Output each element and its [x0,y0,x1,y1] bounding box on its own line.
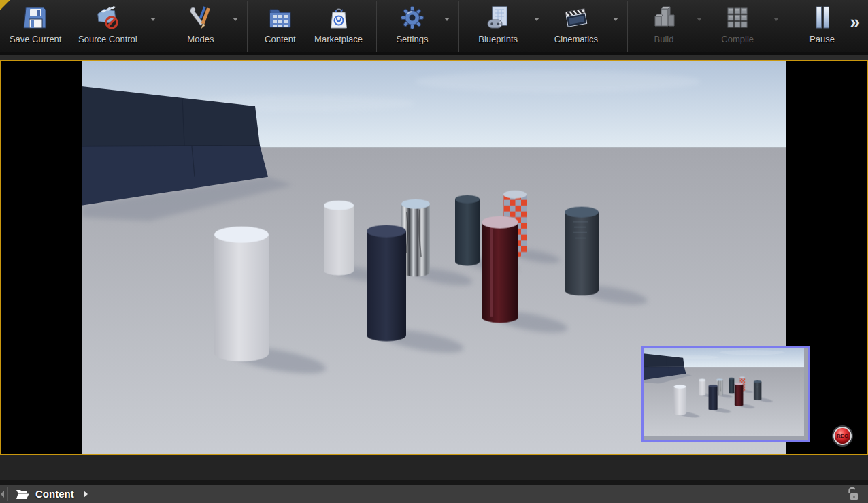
pause-icon [808,3,837,32]
toolbar-substrip [0,55,868,60]
save-current-label: Save Current [10,34,62,44]
play-in-editor-viewport[interactable]: REC [0,60,868,455]
source-control-button[interactable]: Source Control [68,0,158,52]
build-button[interactable]: Build [634,0,705,52]
toolbar-separator [376,1,377,52]
content-browser-label: Content [265,34,296,44]
content-browser-bar: Content [0,485,868,503]
collapse-splitter-icon[interactable] [1,491,4,498]
pause-button[interactable]: Pause [795,0,850,52]
settings-icon [398,3,427,32]
blueprints-label: Blueprints [478,34,518,44]
dropdown-caret-icon[interactable] [233,18,238,21]
compile-icon [723,3,752,32]
viewport-lower-gutter [0,455,868,480]
settings-button[interactable]: Settings [383,0,452,52]
cinematics-icon [562,3,590,32]
cinematics-button[interactable]: Cinematics [542,0,622,52]
content-path-button[interactable]: Content [16,488,88,500]
save-current-button[interactable]: Save Current [3,0,68,52]
toolbar-overflow-chevron-icon[interactable]: » [850,13,860,31]
blueprints-icon [484,3,512,32]
dropdown-caret-icon[interactable] [613,18,618,21]
dropdown-caret-icon[interactable] [444,18,450,21]
content-browser-button[interactable]: Content [254,0,307,52]
toolbar-separator [165,1,165,52]
source-control-icon [93,3,122,32]
pause-label: Pause [809,34,835,44]
settings-label: Settings [396,34,428,44]
cinematics-label: Cinematics [554,34,598,44]
modes-button[interactable]: Modes [171,0,241,52]
dropdown-caret-icon[interactable] [534,18,539,21]
build-label: Build [654,34,673,44]
marketplace-label: Marketplace [314,34,363,44]
toolbar-separator [627,1,628,52]
camera-preview-scene [644,348,804,436]
save-icon [21,3,50,32]
marketplace-button[interactable]: Marketplace [307,0,370,52]
build-icon [650,3,678,32]
camera-preview [641,346,810,442]
dropdown-caret-icon[interactable] [697,18,702,21]
dropdown-caret-icon[interactable] [150,18,156,21]
marketplace-icon [324,3,353,32]
toolbar-separator [788,1,788,52]
content-path-label: Content [35,488,74,500]
viewport-corner-flag [0,0,10,10]
record-button[interactable]: REC [833,427,852,445]
toolbar-separator [458,1,459,52]
content-bar-top-edge [0,480,868,485]
toolbar-separator [247,1,248,52]
compile-button[interactable]: Compile [705,0,782,52]
modes-icon [186,3,215,32]
content-bar-divider [7,487,8,501]
dropdown-caret-icon[interactable] [773,18,779,21]
breadcrumb-caret-icon [84,491,88,498]
unlock-icon[interactable] [846,487,858,502]
blueprints-button[interactable]: Blueprints [465,0,542,52]
compile-label: Compile [721,34,754,44]
main-toolbar: Save Current Source Control [0,0,868,55]
modes-label: Modes [187,34,214,44]
content-browser-icon [266,3,295,32]
record-button-label: REC [837,433,848,439]
folder-open-icon [16,489,29,500]
source-control-label: Source Control [78,34,137,44]
